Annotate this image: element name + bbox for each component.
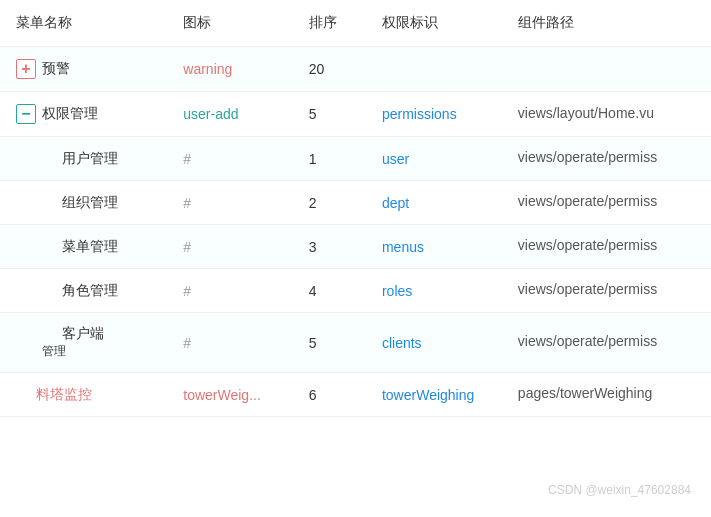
sort-cell: 2 — [293, 181, 366, 225]
perm-cell: dept — [366, 181, 502, 225]
table-row: 料塔监控towerWeig...6towerWeighingpages/towe… — [0, 373, 711, 417]
icon-value: # — [183, 195, 191, 211]
icon-cell: # — [167, 137, 292, 181]
row-name-text: 权限管理 — [42, 105, 98, 123]
perm-value: towerWeighing — [382, 387, 474, 403]
name-cell: 菜单管理 — [0, 225, 167, 269]
path-cell: views/operate/permiss — [502, 225, 711, 269]
name-cell: 角色管理 — [0, 269, 167, 313]
path-value: views/operate/permiss — [518, 193, 657, 209]
name-cell: +预警 — [0, 47, 167, 92]
row-name-text: 角色管理 — [42, 282, 118, 300]
sort-cell: 5 — [293, 313, 366, 373]
table-container: 菜单名称 图标 排序 权限标识 组件路径 +预警warning20−权限管理us… — [0, 0, 711, 417]
perm-cell: clients — [366, 313, 502, 373]
perm-value: dept — [382, 195, 409, 211]
path-value: views/operate/permiss — [518, 237, 657, 253]
collapse-button[interactable]: − — [16, 104, 36, 124]
perm-value: roles — [382, 283, 412, 299]
table-row: +预警warning20 — [0, 47, 711, 92]
sort-cell: 20 — [293, 47, 366, 92]
path-cell — [502, 47, 711, 92]
name-cell: 用户管理 — [0, 137, 167, 181]
path-cell: views/operate/permiss — [502, 181, 711, 225]
icon-value: warning — [183, 61, 232, 77]
table-row: 用户管理#1userviews/operate/permiss — [0, 137, 711, 181]
path-cell: views/operate/permiss — [502, 137, 711, 181]
path-value: views/operate/permiss — [518, 333, 657, 349]
path-value: views/operate/permiss — [518, 149, 657, 165]
icon-value: # — [183, 239, 191, 255]
icon-value: # — [183, 151, 191, 167]
perm-cell: menus — [366, 225, 502, 269]
icon-cell: towerWeig... — [167, 373, 292, 417]
name-bottom: 管理 — [42, 343, 66, 360]
col-header-icon: 图标 — [167, 0, 292, 47]
perm-cell: user — [366, 137, 502, 181]
row-name-text: 组织管理 — [42, 194, 118, 212]
path-value: views/layout/Home.vu — [518, 105, 654, 121]
row-name-text: 预警 — [42, 60, 70, 78]
path-cell: views/layout/Home.vu — [502, 92, 711, 137]
col-header-perm: 权限标识 — [366, 0, 502, 47]
row-name-text: 菜单管理 — [42, 238, 118, 256]
name-top: 客户端 — [42, 325, 104, 343]
icon-cell: # — [167, 181, 292, 225]
path-value: pages/towerWeighing — [518, 385, 652, 401]
icon-cell: # — [167, 269, 292, 313]
row-name-text: 料塔监控 — [16, 386, 92, 404]
perm-cell — [366, 47, 502, 92]
perm-cell: towerWeighing — [366, 373, 502, 417]
perm-value: menus — [382, 239, 424, 255]
name-cell: 组织管理 — [0, 181, 167, 225]
icon-cell: # — [167, 313, 292, 373]
row-name-text: 用户管理 — [42, 150, 118, 168]
path-cell: views/operate/permiss — [502, 313, 711, 373]
icon-value: # — [183, 335, 191, 351]
menu-table: 菜单名称 图标 排序 权限标识 组件路径 +预警warning20−权限管理us… — [0, 0, 711, 417]
table-header-row: 菜单名称 图标 排序 权限标识 组件路径 — [0, 0, 711, 47]
icon-value: towerWeig... — [183, 387, 261, 403]
sort-cell: 1 — [293, 137, 366, 181]
perm-value: user — [382, 151, 409, 167]
col-header-sort: 排序 — [293, 0, 366, 47]
icon-cell: warning — [167, 47, 292, 92]
perm-cell: roles — [366, 269, 502, 313]
sort-cell: 3 — [293, 225, 366, 269]
name-cell: 客户端管理 — [0, 313, 167, 373]
path-cell: views/operate/permiss — [502, 269, 711, 313]
path-value: views/operate/permiss — [518, 281, 657, 297]
table-row: −权限管理user-add5permissionsviews/layout/Ho… — [0, 92, 711, 137]
perm-cell: permissions — [366, 92, 502, 137]
sort-cell: 4 — [293, 269, 366, 313]
table-row: 客户端管理#5clientsviews/operate/permiss — [0, 313, 711, 373]
table-row: 菜单管理#3menusviews/operate/permiss — [0, 225, 711, 269]
icon-value: # — [183, 283, 191, 299]
icon-cell: user-add — [167, 92, 292, 137]
perm-value: clients — [382, 335, 422, 351]
perm-value: permissions — [382, 106, 457, 122]
sort-cell: 6 — [293, 373, 366, 417]
expand-button[interactable]: + — [16, 59, 36, 79]
icon-cell: # — [167, 225, 292, 269]
icon-value: user-add — [183, 106, 238, 122]
table-row: 角色管理#4rolesviews/operate/permiss — [0, 269, 711, 313]
table-row: 组织管理#2deptviews/operate/permiss — [0, 181, 711, 225]
path-cell: pages/towerWeighing — [502, 373, 711, 417]
name-cell: 料塔监控 — [0, 373, 167, 417]
sort-cell: 5 — [293, 92, 366, 137]
col-header-path: 组件路径 — [502, 0, 711, 47]
name-cell: −权限管理 — [0, 92, 167, 137]
col-header-name: 菜单名称 — [0, 0, 167, 47]
